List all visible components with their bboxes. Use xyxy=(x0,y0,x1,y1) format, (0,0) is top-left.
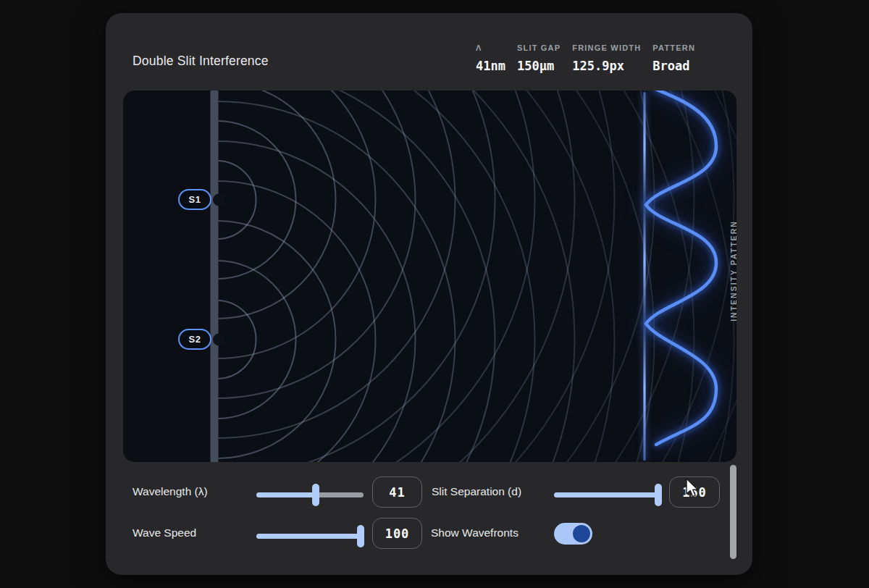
stat-wavelength-value: 41nm xyxy=(476,59,505,73)
wavelength-slider-thumb[interactable] xyxy=(312,484,319,506)
stat-pattern-value: Broad xyxy=(652,59,695,73)
wavelength-label: Wavelength (λ) xyxy=(133,485,208,498)
toggle-knob xyxy=(573,525,590,542)
wavelength-slider-fill xyxy=(256,492,316,497)
stat-slit-gap-value: 150µm xyxy=(517,59,561,73)
wave-speed-slider-fill xyxy=(256,534,364,539)
slit-s1-badge[interactable]: S1 xyxy=(178,189,211,210)
wavelength-slider-track[interactable] xyxy=(256,492,364,497)
wavelength-slider[interactable] xyxy=(256,484,364,506)
slit-separation-slider-track[interactable] xyxy=(554,492,662,497)
stat-wavelength-label: Λ xyxy=(476,43,505,52)
mouse-cursor xyxy=(685,478,701,500)
wave-speed-slider-track[interactable] xyxy=(256,534,364,539)
stat-wavelength: Λ 41nm xyxy=(476,43,505,73)
simulation-canvas[interactable]: S1 S2 INTENSITY PATTERN xyxy=(123,91,736,462)
app-panel: Double Slit Interference Λ 41nm SLIT GAP… xyxy=(106,13,752,575)
show-wavefronts-label: Show Wavefronts xyxy=(431,526,519,539)
stat-slit-gap-label: SLIT GAP xyxy=(517,43,561,52)
slit-separation-slider-fill xyxy=(554,492,662,497)
slit-separation-label: Slit Separation (d) xyxy=(432,485,521,498)
header-stats: Λ 41nm SLIT GAP 150µm FRINGE WIDTH 125.9… xyxy=(476,43,695,73)
stat-fringe-width-label: FRINGE WIDTH xyxy=(572,43,641,52)
stat-slit-gap: SLIT GAP 150µm xyxy=(517,43,561,73)
stat-fringe-width: FRINGE WIDTH 125.9px xyxy=(572,43,641,73)
slit-separation-slider-thumb[interactable] xyxy=(655,484,662,506)
slit-s2-badge[interactable]: S2 xyxy=(178,329,211,350)
wave-speed-input[interactable]: 100 xyxy=(372,518,422,549)
wave-speed-slider[interactable] xyxy=(256,525,364,547)
slit-separation-slider[interactable] xyxy=(554,484,662,506)
stat-pattern-label: PATTERN xyxy=(652,43,695,52)
page-title: Double Slit Interference xyxy=(133,54,269,69)
show-wavefronts-toggle[interactable] xyxy=(554,523,592,545)
wave-speed-label: Wave Speed xyxy=(133,526,196,539)
wavefront-visualization xyxy=(123,91,736,462)
intensity-pattern-label: INTENSITY PATTERN xyxy=(729,213,736,329)
scrollbar[interactable] xyxy=(730,465,736,559)
stat-fringe-width-value: 125.9px xyxy=(572,59,641,73)
wavelength-input[interactable]: 41 xyxy=(372,476,422,508)
wave-speed-slider-thumb[interactable] xyxy=(357,525,364,547)
stat-pattern: PATTERN Broad xyxy=(652,43,695,73)
